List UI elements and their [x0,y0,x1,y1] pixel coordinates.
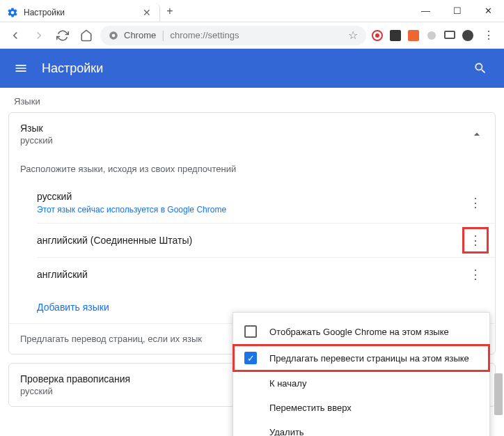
kebab-menu-icon[interactable]: ⋮ [467,194,484,211]
menu-to-top[interactable]: К началу [233,371,489,396]
svg-point-6 [427,31,436,40]
language-row: английский ⋮ [37,258,495,291]
window-titlebar: Настройки ✕ + — ☐ ✕ [0,0,504,22]
svg-point-8 [462,30,473,41]
menu-delete[interactable]: Удалить [233,420,489,436]
browser-tab[interactable]: Настройки ✕ [0,3,160,22]
minimize-button[interactable]: — [410,0,441,22]
scrollbar-thumb[interactable] [494,373,503,415]
language-label: Язык [20,123,470,134]
language-list: русский Этот язык сейчас используется в … [9,182,495,291]
language-name: русский [37,191,467,202]
forward-button[interactable] [29,26,49,45]
back-button[interactable] [6,26,25,45]
language-value: русский [20,135,470,146]
browser-menu-button[interactable]: ⋮ [479,29,498,42]
omnibox-url: chrome://settings [170,30,239,40]
checkbox-checked-icon[interactable]: ✓ [244,352,257,364]
tab-title: Настройки [24,8,136,17]
address-bar[interactable]: Chrome | chrome://settings ☆ [100,26,366,45]
settings-content: Языки Язык русский Расположите языки, ис… [0,88,504,436]
svg-point-3 [375,33,379,38]
add-language-link[interactable]: Добавить языки [37,302,109,313]
extension-icon-4[interactable] [425,29,439,42]
profile-avatar-icon[interactable] [461,29,475,42]
new-tab-button[interactable]: + [160,0,180,22]
settings-header: Настройки [0,49,504,88]
maximize-button[interactable]: ☐ [441,0,473,22]
browser-toolbar: Chrome | chrome://settings ☆ ⋮ [0,22,504,49]
omnibox-origin: Chrome [124,30,156,40]
svg-rect-5 [408,30,419,41]
checkbox-unchecked-icon[interactable] [244,325,257,338]
language-note: Этот язык сейчас используется в Google C… [37,205,467,215]
extension-icon-1[interactable] [370,29,384,42]
tab-close-icon[interactable]: ✕ [141,7,152,18]
window-controls: — ☐ ✕ [410,0,504,22]
extension-icon-3[interactable] [407,29,420,42]
extension-icon-2[interactable] [388,29,402,42]
page-title: Настройки [42,61,473,76]
menu-offer-translate[interactable]: ✓ Предлагать перевести страницы на этом … [233,345,489,371]
language-name: английский [37,269,467,280]
language-hint: Расположите языки, исходя из своих предп… [9,155,495,182]
menu-item-label: Удалить [269,427,304,436]
settings-gear-icon [7,7,18,18]
close-button[interactable]: ✕ [473,0,504,22]
menu-display-chrome[interactable]: Отображать Google Chrome на этом языке [233,318,489,345]
language-card-header[interactable]: Язык русский [9,113,495,155]
bookmark-star-icon[interactable]: ☆ [348,29,358,42]
svg-point-1 [112,33,116,37]
language-row: английский (Соединенные Штаты) ⋮ [37,224,495,258]
menu-move-up[interactable]: Переместить вверх [233,396,489,420]
svg-rect-4 [390,30,401,41]
kebab-menu-icon[interactable]: ⋮ [467,266,484,283]
reload-button[interactable] [53,26,72,45]
menu-item-label: Переместить вверх [269,403,352,413]
menu-item-label: К началу [269,378,306,389]
language-name: английский (Соединенные Штаты) [37,235,467,246]
svg-rect-7 [445,31,455,38]
chevron-up-icon [470,127,484,141]
language-context-menu: Отображать Google Chrome на этом языке ✓… [233,312,490,436]
menu-hamburger-icon[interactable] [14,61,31,75]
cast-icon[interactable] [443,29,457,42]
menu-item-label: Предлагать перевести страницы на этом яз… [269,353,469,364]
menu-item-label: Отображать Google Chrome на этом языке [269,327,449,337]
language-row: русский Этот язык сейчас используется в … [37,182,495,224]
search-icon[interactable] [473,61,490,75]
section-label: Языки [8,88,496,112]
home-button[interactable] [77,26,96,45]
separator: | [162,29,164,42]
chrome-icon [109,31,118,40]
kebab-menu-icon[interactable]: ⋮ [467,232,484,249]
